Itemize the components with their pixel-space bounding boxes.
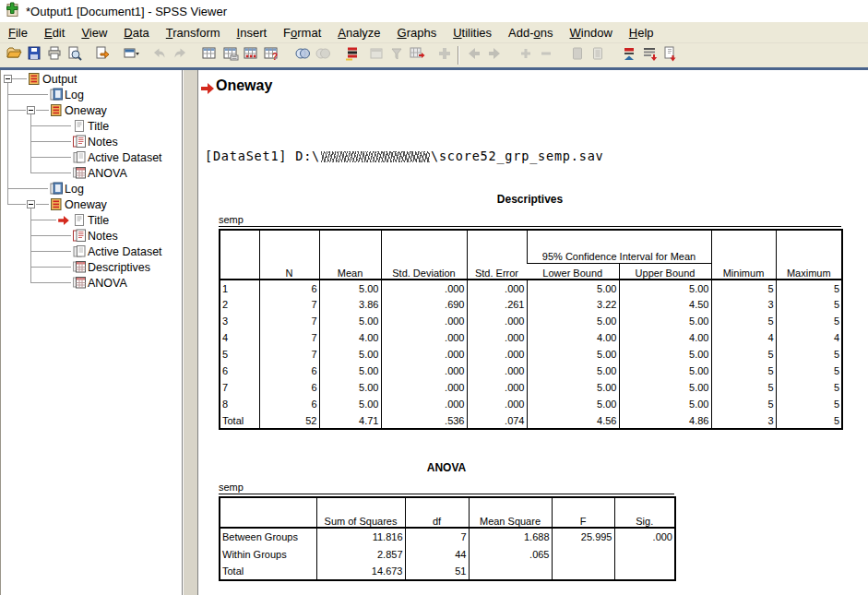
cell: 7 [405, 528, 469, 545]
table-row: 375.00.000.0005.005.0055 [220, 313, 842, 329]
cell: .000 [467, 346, 527, 363]
recall-dialogs-button[interactable] [122, 45, 142, 65]
variables-button[interactable] [241, 45, 261, 65]
column-header: Mean Square [469, 497, 552, 528]
tree-item-active-dataset[interactable]: Active Dataset [73, 149, 164, 165]
tree-item-notes[interactable]: Notes [73, 134, 120, 149]
demote-outline-icon [486, 45, 503, 65]
column-header: df [405, 497, 469, 528]
cell: 7 [259, 313, 319, 329]
redo-icon [172, 45, 188, 65]
goto-data-button[interactable] [199, 45, 220, 65]
tree-item-anova[interactable]: ANOVA [73, 165, 129, 181]
goto-case-button[interactable] [220, 45, 241, 65]
tree-item-active-dataset[interactable]: Active Dataset [73, 244, 164, 259]
cell: 5.00 [527, 363, 619, 379]
cell: 52 [259, 412, 319, 429]
cell: 5 [776, 346, 842, 363]
select-last-output-button[interactable] [342, 45, 363, 65]
tree-connector-line [7, 110, 26, 111]
use-variable-sets-button[interactable] [292, 45, 313, 65]
menu-add-ons[interactable]: Add-ons [500, 24, 561, 42]
anova-table: Sum of SquaresdfMean SquareFSig.Between … [219, 496, 676, 581]
descriptives-table: NMeanStd. DeviationStd. Error95% Confide… [219, 229, 843, 430]
filter-funnel-icon [388, 45, 405, 65]
cell: .000 [381, 329, 467, 346]
cell: .536 [381, 412, 467, 429]
menu-file[interactable]: File [0, 24, 36, 42]
tree-item-oneway[interactable]: Oneway [50, 196, 109, 212]
expander-minus[interactable] [4, 75, 12, 83]
tree-item-log[interactable]: Log [50, 181, 86, 196]
menu-insert[interactable]: Insert [229, 24, 276, 42]
tree-item-label: Notes [86, 136, 120, 149]
book-icon [50, 103, 63, 117]
cell: 5.00 [527, 346, 619, 363]
cell: 5.00 [619, 313, 711, 329]
collapse-outline-icon [538, 45, 554, 65]
insert-heading-button[interactable] [619, 45, 639, 65]
anova-pivot-table[interactable]: Sum of SquaresdfMean SquareFSig.Between … [219, 496, 676, 581]
cell: 5 [711, 379, 776, 396]
print-button[interactable] [44, 45, 65, 65]
cell: 5.00 [319, 280, 381, 296]
cell: .065 [469, 545, 552, 563]
workspace: OutputLogOnewayTitleNotesActive DatasetA… [0, 70, 868, 595]
menu-help[interactable]: Help [621, 24, 662, 42]
cell: .000 [467, 379, 527, 396]
menu-graphs[interactable]: Graphs [389, 24, 446, 42]
menu-transform[interactable]: Transform [158, 24, 229, 42]
cell [552, 545, 614, 563]
menu-format[interactable]: Format [275, 24, 329, 42]
insert-data-button[interactable] [407, 45, 427, 65]
undo-button [149, 45, 170, 65]
insert-new-text-button[interactable] [660, 45, 680, 65]
menu-edit[interactable]: Edit [36, 24, 73, 42]
cell: .000 [467, 329, 527, 346]
open-file-button[interactable] [4, 45, 24, 65]
cell: 4.71 [319, 412, 381, 429]
expander-minus[interactable] [27, 106, 35, 114]
find-button[interactable]: ? [261, 45, 281, 65]
tree-item-label: ANOVA [86, 277, 129, 290]
tree-connector-line [7, 94, 48, 95]
save-file-button[interactable] [24, 45, 44, 65]
dataset-icon [73, 244, 86, 258]
menu-data[interactable]: Data [115, 24, 157, 42]
promote-outline-icon [466, 45, 482, 65]
cell: 25.995 [552, 528, 614, 545]
pane-splitter[interactable] [183, 70, 198, 595]
cell: 5.00 [319, 346, 381, 363]
expander-minus[interactable] [27, 200, 35, 208]
export-output-button[interactable] [92, 45, 113, 65]
window-title: *Output1 [Document1] - SPSS Viewer [26, 5, 227, 18]
menu-view[interactable]: View [73, 24, 115, 42]
toolbar-separator [458, 46, 459, 65]
cell: 3 [711, 296, 776, 313]
tree-item-title[interactable]: Title [73, 118, 111, 134]
tree-item-oneway[interactable]: Oneway [50, 102, 109, 118]
tree-item-title[interactable]: Title [73, 212, 111, 228]
tree-item-log[interactable]: Log [50, 87, 86, 102]
show-output-button [567, 45, 588, 65]
cell: 5.00 [319, 363, 381, 379]
print-preview-button[interactable] [65, 45, 85, 65]
tree-item-output[interactable]: Output [28, 71, 79, 87]
tree-item-descriptives[interactable]: Descriptives [73, 259, 152, 275]
menu-analyze[interactable]: Analyze [329, 24, 388, 42]
cell: 6 [259, 363, 319, 379]
cell: 5.00 [527, 396, 619, 412]
cell: .000 [467, 280, 527, 296]
tree-item-anova[interactable]: ANOVA [73, 275, 129, 291]
descriptives-pivot-table[interactable]: NMeanStd. DeviationStd. Error95% Confide… [219, 229, 843, 430]
insert-new-title-button[interactable] [639, 45, 660, 65]
cell: .000 [614, 528, 675, 545]
menu-utilities[interactable]: Utilities [445, 24, 500, 42]
cell: 3 [711, 412, 776, 429]
tree-item-label: Output [41, 73, 79, 86]
tree-item-notes[interactable]: Notes [73, 228, 120, 244]
tree-connector-line [36, 110, 49, 111]
cell: 7 [259, 329, 319, 346]
cell: 3.22 [527, 296, 619, 313]
menu-window[interactable]: Window [562, 24, 621, 42]
